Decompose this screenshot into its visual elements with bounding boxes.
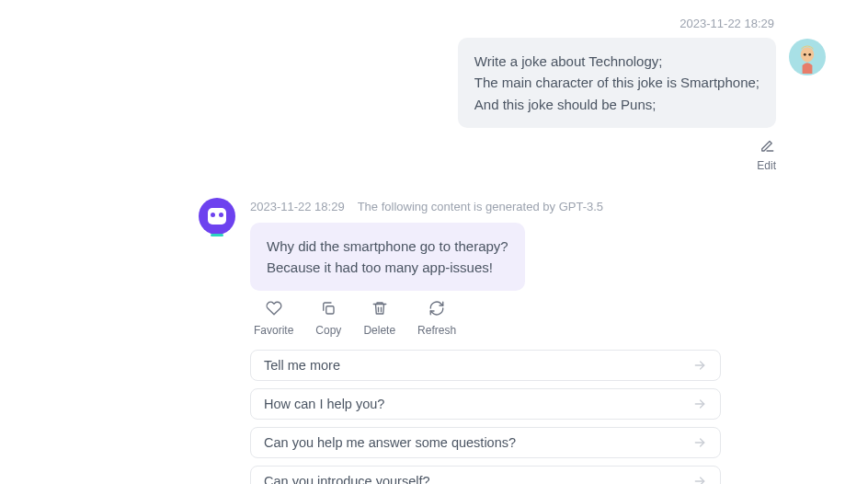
assistant-message-line: Because it had too many app-issues! [267,257,508,278]
assistant-timestamp: 2023-11-22 18:29 [250,200,345,213]
user-timestamp: 2023-11-22 18:29 [680,17,776,30]
user-avatar [789,39,826,75]
copy-button[interactable]: Copy [315,300,341,337]
copy-label: Copy [315,324,341,337]
favorite-label: Favorite [254,324,293,337]
arrow-right-icon [692,358,707,373]
heart-icon [266,300,282,320]
user-message-line: Write a joke about Technology; [474,51,760,72]
edit-label: Edit [757,159,776,172]
refresh-icon [428,300,445,320]
user-message-line: The main character of this joke is Smart… [474,72,760,93]
suggestion-button[interactable]: How can I help you? [250,388,721,420]
suggestion-button[interactable]: Can you introduce yourself? [250,466,721,484]
suggestion-button[interactable]: Can you help me answer some questions? [250,427,721,458]
arrow-right-icon [692,435,707,450]
arrow-right-icon [692,474,707,484]
svg-point-1 [801,47,814,62]
user-message-bubble: Write a joke about Technology; The main … [458,38,776,128]
refresh-label: Refresh [417,324,456,337]
svg-point-3 [808,53,811,56]
suggestion-label: Can you introduce yourself? [264,474,430,484]
assistant-avatar [199,198,235,235]
delete-label: Delete [363,324,395,337]
edit-button[interactable]: Edit [757,137,776,172]
generation-notice: The following content is generated by GP… [358,200,603,213]
assistant-message-bubble: Why did the smartphone go to therapy? Be… [250,223,525,292]
assistant-message-line: Why did the smartphone go to therapy? [267,236,508,257]
user-message-line: And this joke should be Puns; [474,94,760,115]
svg-point-2 [804,53,806,56]
favorite-button[interactable]: Favorite [254,300,293,337]
trash-icon [371,300,388,320]
edit-icon [759,137,775,157]
arrow-right-icon [692,397,707,411]
copy-icon [320,300,337,320]
suggestion-label: How can I help you? [264,397,384,411]
refresh-button[interactable]: Refresh [417,300,456,337]
suggestion-label: Tell me more [264,358,340,373]
svg-rect-4 [326,306,334,314]
suggestion-button[interactable]: Tell me more [250,350,721,381]
delete-button[interactable]: Delete [363,300,395,337]
suggestion-label: Can you help me answer some questions? [264,435,516,450]
